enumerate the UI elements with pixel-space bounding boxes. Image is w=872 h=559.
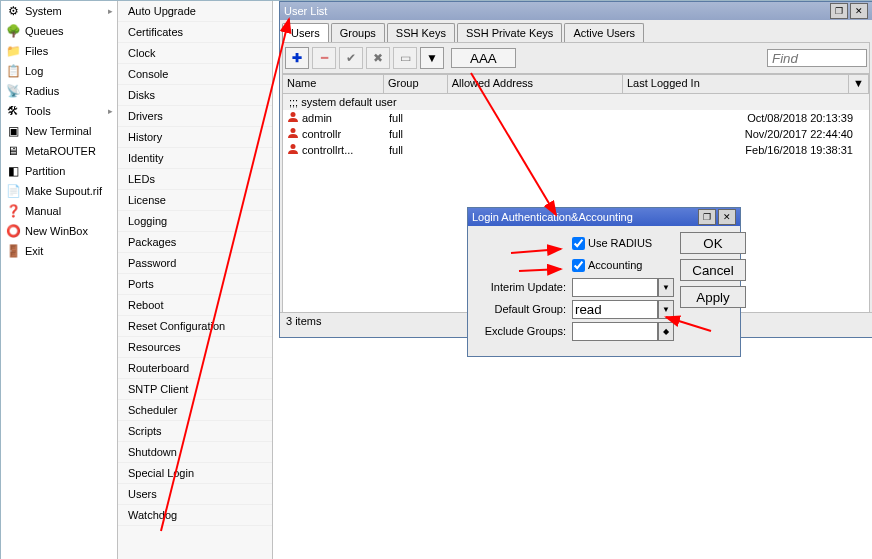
svg-point-2 <box>291 144 296 149</box>
cell-last-logged-in: Oct/08/2018 20:13:39 <box>627 112 857 124</box>
submenu-item-sntp-client[interactable]: SNTP Client <box>118 379 272 400</box>
submenu-item-history[interactable]: History <box>118 127 272 148</box>
submenu-item-scheduler[interactable]: Scheduler <box>118 400 272 421</box>
submenu-item-special-login[interactable]: Special Login <box>118 463 272 484</box>
remove-button[interactable]: ━ <box>312 47 336 69</box>
sidebar-item-exit[interactable]: 🚪Exit <box>1 241 117 261</box>
col-allowed-address[interactable]: Allowed Address <box>448 75 623 93</box>
interim-update-input[interactable] <box>572 278 658 297</box>
table-row[interactable]: controllrfullNov/20/2017 22:44:40 <box>283 126 869 142</box>
submenu-item-certificates[interactable]: Certificates <box>118 22 272 43</box>
submenu-item-scripts[interactable]: Scripts <box>118 421 272 442</box>
submenu-item-identity[interactable]: Identity <box>118 148 272 169</box>
col-name[interactable]: Name <box>283 75 384 93</box>
sidebar-item-make-supout-rif[interactable]: 📄Make Supout.rif <box>1 181 117 201</box>
col-last-logged-in[interactable]: Last Logged In <box>623 75 849 93</box>
sidebar-icon: ▣ <box>5 123 21 139</box>
sidebar-item-queues[interactable]: 🌳Queues <box>1 21 117 41</box>
submenu-item-console[interactable]: Console <box>118 64 272 85</box>
sidebar-label: System <box>25 5 108 17</box>
tab-users[interactable]: Users <box>282 23 329 42</box>
exclude-groups-input[interactable] <box>572 322 658 341</box>
submenu-item-reboot[interactable]: Reboot <box>118 295 272 316</box>
submenu-item-users[interactable]: Users <box>118 484 272 505</box>
submenu-item-clock[interactable]: Clock <box>118 43 272 64</box>
use-radius-checkbox[interactable] <box>572 237 585 250</box>
cell-name: controllr <box>283 127 385 141</box>
default-group-input[interactable] <box>572 300 658 319</box>
submenu-item-license[interactable]: License <box>118 190 272 211</box>
sidebar-item-files[interactable]: 📁Files <box>1 41 117 61</box>
window-restore-button[interactable]: ❐ <box>830 3 848 19</box>
tab-ssh-keys[interactable]: SSH Keys <box>387 23 455 42</box>
tab-active-users[interactable]: Active Users <box>564 23 644 42</box>
interim-dropdown-icon[interactable]: ▼ <box>658 278 674 297</box>
exclude-groups-dropdown-icon[interactable]: ◆ <box>658 322 674 341</box>
sidebar-icon: ⭕ <box>5 223 21 239</box>
sidebar-icon: ❓ <box>5 203 21 219</box>
cell-group: full <box>385 128 449 140</box>
submenu-item-leds[interactable]: LEDs <box>118 169 272 190</box>
col-dropdown[interactable]: ▼ <box>849 75 869 93</box>
submenu-item-drivers[interactable]: Drivers <box>118 106 272 127</box>
tab-ssh-private-keys[interactable]: SSH Private Keys <box>457 23 562 42</box>
aaa-title: Login Authentication&Accounting <box>472 211 633 223</box>
apply-button[interactable]: Apply <box>680 286 746 308</box>
accounting-checkbox[interactable] <box>572 259 585 272</box>
tab-groups[interactable]: Groups <box>331 23 385 42</box>
sidebar-item-new-terminal[interactable]: ▣New Terminal <box>1 121 117 141</box>
sidebar-item-tools[interactable]: 🛠Tools▸ <box>1 101 117 121</box>
cell-name: controllrt... <box>283 143 385 157</box>
sidebar-label: Radius <box>25 85 113 97</box>
sidebar-icon: ◧ <box>5 163 21 179</box>
submenu-item-disks[interactable]: Disks <box>118 85 272 106</box>
cancel-button[interactable]: Cancel <box>680 259 746 281</box>
col-group[interactable]: Group <box>384 75 448 93</box>
comment-button[interactable]: ▭ <box>393 47 417 69</box>
submenu-item-password[interactable]: Password <box>118 253 272 274</box>
aaa-button[interactable]: AAA <box>451 48 516 68</box>
submenu-item-watchdog[interactable]: Watchdog <box>118 505 272 526</box>
submenu-item-packages[interactable]: Packages <box>118 232 272 253</box>
sidebar-item-log[interactable]: 📋Log <box>1 61 117 81</box>
user-icon <box>287 143 302 157</box>
enable-button[interactable]: ✔ <box>339 47 363 69</box>
submenu-item-resources[interactable]: Resources <box>118 337 272 358</box>
sidebar-label: Log <box>25 65 113 77</box>
sidebar-label: Make Supout.rif <box>25 185 113 197</box>
find-input[interactable] <box>767 49 867 67</box>
filter-button[interactable]: ▼ <box>420 47 444 69</box>
cell-name: admin <box>283 111 385 125</box>
sidebar-icon: 📡 <box>5 83 21 99</box>
aaa-restore-button[interactable]: ❐ <box>698 209 716 225</box>
submenu-item-auto-upgrade[interactable]: Auto Upgrade <box>118 1 272 22</box>
table-row[interactable]: controllrt...fullFeb/16/2018 19:38:31 <box>283 142 869 158</box>
sidebar-item-new-winbox[interactable]: ⭕New WinBox <box>1 221 117 241</box>
cell-last-logged-in: Nov/20/2017 22:44:40 <box>627 128 857 140</box>
submenu-item-shutdown[interactable]: Shutdown <box>118 442 272 463</box>
grid-header: Name Group Allowed Address Last Logged I… <box>283 75 869 94</box>
sidebar-item-partition[interactable]: ◧Partition <box>1 161 117 181</box>
sidebar: ⚙System▸🌳Queues📁Files📋Log📡Radius🛠Tools▸▣… <box>1 1 118 559</box>
disable-button[interactable]: ✖ <box>366 47 390 69</box>
sidebar-item-system[interactable]: ⚙System▸ <box>1 1 117 21</box>
submenu-item-reset-configuration[interactable]: Reset Configuration <box>118 316 272 337</box>
default-group-dropdown-icon[interactable]: ▼ <box>658 300 674 319</box>
sidebar-item-radius[interactable]: 📡Radius <box>1 81 117 101</box>
sidebar-label: Tools <box>25 105 108 117</box>
aaa-close-button[interactable]: ✕ <box>718 209 736 225</box>
user-list-toolbar: ✚ ━ ✔ ✖ ▭ ▼ AAA <box>282 42 870 74</box>
submenu-item-routerboard[interactable]: Routerboard <box>118 358 272 379</box>
table-row[interactable]: adminfullOct/08/2018 20:13:39 <box>283 110 869 126</box>
window-close-button[interactable]: ✕ <box>850 3 868 19</box>
add-button[interactable]: ✚ <box>285 47 309 69</box>
sidebar-item-metarouter[interactable]: 🖥MetaROUTER <box>1 141 117 161</box>
system-submenu: Auto UpgradeCertificatesClockConsoleDisk… <box>117 1 273 559</box>
ok-button[interactable]: OK <box>680 232 746 254</box>
sidebar-item-manual[interactable]: ❓Manual <box>1 201 117 221</box>
cell-group: full <box>385 144 449 156</box>
submenu-item-logging[interactable]: Logging <box>118 211 272 232</box>
grid-comment: ;;; system default user <box>283 94 869 110</box>
submenu-caret-icon: ▸ <box>108 106 113 116</box>
submenu-item-ports[interactable]: Ports <box>118 274 272 295</box>
